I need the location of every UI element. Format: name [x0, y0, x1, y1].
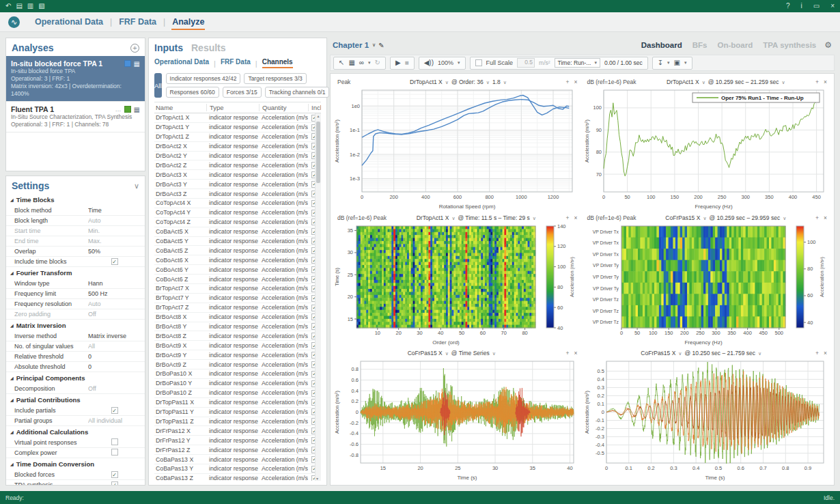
close-chart-button[interactable]: ×	[824, 79, 827, 85]
chevron-down-icon[interactable]: ▾	[684, 60, 687, 66]
table-row[interactable]: BrBoAct9 Yindicator responseAcceleration…	[154, 350, 321, 360]
chevron-down-icon[interactable]: ∨	[503, 80, 507, 85]
settings-row[interactable]: Block lengthAuto	[6, 216, 145, 226]
settings-row[interactable]: Frequency resolutionAuto	[6, 299, 145, 309]
chevron-down-icon[interactable]: ∨	[451, 216, 455, 221]
gear-icon[interactable]: ⚙	[824, 40, 832, 50]
setting-value[interactable]: 50%	[88, 248, 141, 255]
view-tab-bfs[interactable]: BFs	[692, 41, 708, 49]
chart-panel[interactable]: CoFrPas15 X∨@ 10.250 sec – 21.759 sec∨+×…	[583, 348, 832, 482]
chart-title[interactable]: DrTopAct1 X∨@ 10.259 sec – 21.259 sec∨	[641, 79, 812, 85]
setting-value[interactable]: Off	[88, 311, 141, 318]
collapse-settings-icon[interactable]: ∨	[134, 182, 139, 191]
setting-value[interactable]: Auto	[88, 217, 141, 224]
table-row[interactable]: BrBoAct8 Zindicator responseAcceleration…	[154, 331, 321, 341]
settings-row[interactable]: Relative threshold0	[6, 352, 145, 362]
chart-title[interactable]: DrTopAct1 X∨@ Time: 11.5 s – Time: 29 s∨	[391, 214, 562, 221]
expand-chart-button[interactable]: +	[566, 79, 570, 85]
setting-value[interactable]	[88, 438, 141, 447]
chevron-down-icon[interactable]: ∨	[445, 80, 449, 85]
chart-panel[interactable]: dB (ref=1e-6) PeakDrTopAct1 X∨@ Time: 11…	[333, 212, 582, 347]
full-scale-value[interactable]: 0.5	[517, 58, 535, 68]
analysis-item[interactable]: Fluent TPA 1…▦In-Situ Source Characteriz…	[6, 102, 145, 132]
full-scale-checkbox[interactable]	[475, 59, 482, 66]
settings-row[interactable]: End timeMax.	[6, 236, 145, 247]
nav-item-frf-data[interactable]: FRF Data	[118, 14, 157, 30]
pointer-icon[interactable]: ↖	[339, 59, 344, 66]
table-row[interactable]: CoBaPas13 Zindicator responseAcceleratio…	[154, 474, 321, 481]
chevron-down-icon[interactable]: ∨	[533, 216, 536, 221]
chevron-down-icon[interactable]: ∨	[758, 351, 761, 356]
settings-row[interactable]: Blocked forces✓	[6, 470, 145, 480]
table-row[interactable]: CoBaPas13 Xindicator responseAcceleratio…	[154, 455, 321, 464]
table-row[interactable]: DrTopAct1 Yindicator responseAcceleratio…	[154, 123, 321, 132]
settings-row[interactable]: Partial groupsAll individual	[6, 416, 145, 426]
undo-icon[interactable]: ↶	[5, 0, 11, 12]
checkbox[interactable]: ✓	[111, 481, 118, 485]
setting-value[interactable]: Off	[88, 385, 141, 392]
checkbox[interactable]	[111, 449, 118, 456]
analysis-item[interactable]: In-situ blocked force TPA 1▦In-situ bloc…	[6, 56, 145, 102]
column-header-name[interactable]: Name	[154, 104, 206, 111]
setting-value[interactable]: ✓	[88, 471, 141, 479]
table-row[interactable]: CoTopAct4 Xindicator responseAcceleratio…	[154, 199, 321, 208]
settings-row[interactable]: No. of singular valuesAll	[6, 341, 145, 352]
settings-group-header[interactable]: ◢Matrix Inversion	[6, 320, 145, 331]
close-chart-button[interactable]: ×	[574, 214, 578, 221]
chevron-down-icon[interactable]: ∨	[703, 216, 706, 221]
close-chart-button[interactable]: ×	[574, 79, 578, 85]
settings-group-header[interactable]: ◢Principal Components	[6, 372, 145, 384]
filter-chip[interactable]: Indicator responses 42/42	[166, 73, 241, 84]
table-row[interactable]: DrBoAct2 Yindicator responseAcceleration…	[154, 152, 321, 161]
table-row[interactable]: CoBaPas13 Yindicator responseAcceleratio…	[154, 464, 321, 474]
info-icon[interactable]: i	[800, 0, 802, 12]
link-icon[interactable]: ∞	[359, 59, 364, 66]
setting-value[interactable]: Auto	[88, 300, 141, 307]
chart-title-segment[interactable]: @ 10.250 sec – 21.759 sec	[684, 350, 755, 356]
display-grid-icon[interactable]: ▦	[348, 59, 354, 66]
chevron-down-icon[interactable]: ▾	[458, 60, 460, 66]
table-row[interactable]: CoBaAct5 Yindicator responseAcceleration…	[154, 237, 321, 247]
setting-value[interactable]: Matrix inverse	[88, 333, 141, 339]
table-row[interactable]: DrBoPas10 Xindicator responseAcceleratio…	[154, 369, 321, 379]
filter-chip[interactable]: Tracking channels 0/1	[265, 87, 330, 98]
scroll-down-icon[interactable]: ▾	[316, 476, 318, 481]
settings-row[interactable]: Frequency limit500 Hz	[6, 289, 145, 299]
chapter-selector[interactable]: Chapter 1 ∨	[333, 41, 376, 49]
table-row[interactable]: CoBoAct6 Xindicator responseAcceleration…	[154, 255, 321, 265]
settings-row[interactable]: Zero paddingOff	[6, 309, 145, 320]
chart-title[interactable]: CoFrPas15 X∨@ Time Series∨	[341, 350, 562, 356]
chart-panel[interactable]: PeakDrTopAct1 X∨@ Order: 36∨1.8∨+×020040…	[333, 76, 582, 211]
settings-row[interactable]: Complex power	[6, 448, 145, 458]
chart-title-segment[interactable]: DrTopAct1 X	[667, 79, 699, 85]
chart-panel[interactable]: dB (ref=1e-6) PeakCoFrPas15 X∨@ 10.259 s…	[583, 212, 832, 347]
stop-icon[interactable]: ■	[405, 59, 409, 66]
tab-results[interactable]: Results	[191, 42, 226, 53]
column-header-type[interactable]: Type	[206, 104, 259, 111]
setting-value[interactable]: All individual	[88, 417, 141, 424]
setting-value[interactable]: 0	[88, 353, 141, 360]
table-row[interactable]: BrTopAct7 Xindicator responseAcceleratio…	[154, 284, 321, 294]
table-row[interactable]: DrBoAct3 Zindicator responseAcceleration…	[154, 189, 321, 199]
calculator-icon[interactable]: ▦	[134, 60, 140, 68]
subtab-frf-data[interactable]: FRF Data	[221, 58, 251, 68]
calculator-icon[interactable]: ▦	[134, 106, 140, 113]
settings-group-header[interactable]: ◢Additional Calculations	[6, 426, 145, 438]
chevron-down-icon[interactable]: ∨	[781, 80, 785, 85]
setting-value[interactable]: All	[88, 343, 141, 350]
play-icon[interactable]: ▶	[395, 59, 401, 66]
chevron-down-icon[interactable]: ∨	[702, 80, 705, 85]
close-icon[interactable]: ×	[830, 0, 835, 12]
chart-title-segment[interactable]: DrTopAct1 X	[417, 214, 449, 221]
expand-chart-button[interactable]: +	[815, 214, 819, 221]
settings-row[interactable]: DecompositionOff	[6, 384, 145, 394]
filter-chip[interactable]: Target responses 3/3	[244, 73, 306, 84]
chevron-down-icon[interactable]: ▾	[667, 60, 670, 66]
table-row[interactable]: BrBoAct8 Yindicator responseAcceleration…	[154, 322, 321, 332]
checkbox[interactable]: ✓	[111, 258, 118, 265]
chart-title[interactable]: CoFrPas15 X∨@ 10.250 sec – 21.759 sec∨	[591, 350, 812, 356]
table-row[interactable]: DrBoAct3 Xindicator responseAcceleration…	[154, 170, 321, 180]
settings-group-header[interactable]: ◢Time Domain Conversion	[6, 458, 145, 470]
settings-row[interactable]: Include partials✓	[6, 406, 145, 416]
chart-title[interactable]: DrTopAct1 X∨@ Order: 36∨1.8∨	[354, 79, 561, 85]
